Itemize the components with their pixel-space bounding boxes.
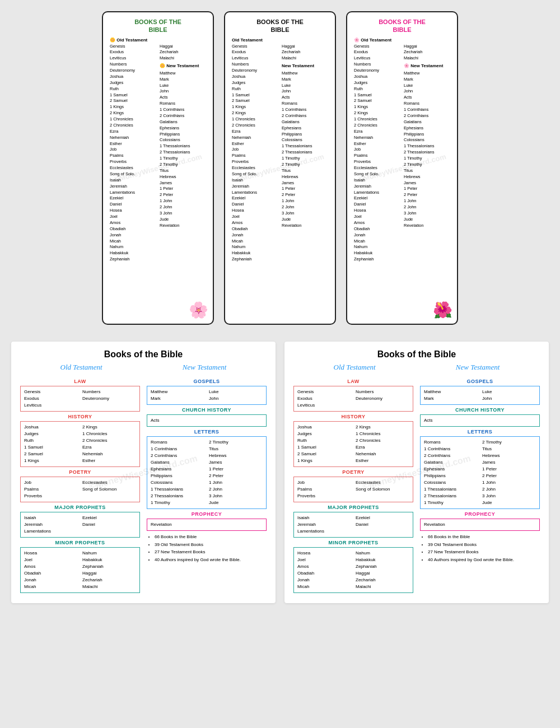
sheet-2-prophecy-box: Revelation [420,519,540,531]
sheet-2-title: Books of the Bible [293,349,540,360]
bookmark-1-title: BOOKS OF THEBIBLE [110,18,206,34]
bullet-1: 66 Books in the Bible [155,533,267,541]
sheet-2-bullet-list: 66 Books in the Bible 39 Old Testament B… [420,533,540,563]
bullet-2: 39 Old Testament Books [155,541,267,549]
sheet-1-title: Books of the Bible [20,349,267,360]
bookmark-1: BOOKS OF THEBIBLE 🌼 Old Testament Genesi… [102,11,214,325]
sheet-2-subtitle-row: Old Testament New Testament [293,363,540,372]
sheet-1-letters-header: LETTERS [147,429,267,435]
bookmark-2-nt-header: New Testament [282,63,328,69]
sheet-1-major-header: MAJOR PROPHETS [20,505,140,510]
sheet-2-law-header: LAW [293,379,413,384]
sheet-2-poetry-box: JobPsalmsProverbs EcclesiastesSong of So… [293,477,413,502]
sheet-2-minor-header: MINOR PROPHETS [293,540,413,545]
sheet-1-church-header: CHURCH HISTORY [147,407,267,413]
sheet-1-columns: LAW GenesisExodusLeviticus NumbersDeuter… [20,376,267,595]
bullet-3: 27 New Testament Books [155,548,267,556]
sheet-1-major-box: IsaiahJeremiahLamentations EzekielDaniel [20,512,140,538]
sheet-1-ot-label: Old Testament [60,363,102,372]
sheet-1-gospels-box: MatthewMark LukeJohn [147,386,267,405]
sheet-2-bullet-2: 39 Old Testament Books [428,541,540,549]
bookmark-1-ot-header: 🌼 Old Testament [110,38,206,43]
bookmark-3-title: BOOKS OF THEBIBLE [354,18,450,34]
sheet-1-nt-col: GOSPELS MatthewMark LukeJohn CHURCH HIST… [147,376,267,595]
bullet-4: 40 Authors inspired by God wrote the Bib… [155,556,267,564]
sheet-1-minor-box: HoseaJoelAmosObadiahJonahMicah NahumHaba… [20,547,140,593]
sheet-1-prophecy-box: Revelation [147,519,267,531]
bookmark-3-nt-header: 🌸 New Testament [404,63,450,69]
sheet-2-history-header: HISTORY [293,414,413,419]
sheet-1-nt-label: New Testament [183,363,227,372]
sheet-2-bullet-1: 66 Books in the Bible [428,533,540,541]
sheet-2-poetry-header: POETRY [293,469,413,475]
sheet-1-letters-box: Romans1 Corinthians2 CorinthiansGalatian… [147,436,267,509]
sheet-2-minor-box: HoseaJoelAmosObadiahJonahMicah NahumHaba… [293,547,413,593]
sheet-2-history-box: JoshuaJudgesRuth1 Samuel2 Samuel1 Kings … [293,421,413,467]
sheet-1-bullet-list: 66 Books in the Bible 39 Old Testament B… [147,533,267,563]
bookmark-2-right-col: HaggaiZechariahMalachi New Testament Mat… [282,44,328,263]
sheet-2-letters-box: Romans1 Corinthians2 CorinthiansGalatian… [420,436,540,509]
bookmark-1-nt-header: 🌼 New Testament [160,63,206,69]
sheet-2-bullet-3: 27 New Testament Books [428,548,540,556]
sheet-1-poetry-box: JobPsalmsProverbs EcclesiastesSong of So… [20,477,140,502]
sheet-2-nt-col: GOSPELS MatthewMark LukeJohn CHURCH HIST… [420,376,540,595]
sheet-2-major-box: IsaiahJeremiahLamentations EzekielDaniel [293,512,413,538]
sheet-2-bullet-4: 40 Authors inspired by God wrote the Bib… [428,556,540,564]
sheet-1-law-header: LAW [20,379,140,384]
bookmark-3-right-col: HaggaiZechariahMalachi 🌸 New Testament M… [404,44,450,263]
bookmark-section: BOOKS OF THEBIBLE 🌼 Old Testament Genesi… [11,11,549,325]
sheet-2-law-box: GenesisExodusLeviticus NumbersDeuteronom… [293,386,413,412]
bookmark-3-left-col: GenesisExodusLeviticusNumbersDeuteronomy… [354,44,400,263]
bookmark-1-columns: GenesisExodusLeviticusNumbersDeuteronomy… [110,44,206,263]
bookmark-3-columns: GenesisExodusLeviticusNumbersDeuteronomy… [354,44,450,263]
sheet-2-ot-label: Old Testament [334,363,376,372]
sheet-2-major-header: MAJOR PROPHETS [293,505,413,510]
bookmark-3-flower: 🌺 [433,301,452,319]
study-sheets-section: Books of the Bible Old Testament New Tes… [11,342,549,603]
bookmark-1-left-col: GenesisExodusLeviticusNumbersDeuteronomy… [110,44,156,263]
sheet-2-ot-col: LAW GenesisExodusLeviticus NumbersDeuter… [293,376,413,595]
sheet-1-subtitle-row: Old Testament New Testament [20,363,267,372]
study-sheet-2: Books of the Bible Old Testament New Tes… [284,342,549,603]
sheet-2-nt-label: New Testament [456,363,500,372]
sheet-2-church-header: CHURCH HISTORY [420,407,540,413]
sheet-1-ot-col: LAW GenesisExodusLeviticus NumbersDeuter… [20,376,140,595]
bookmark-2: BOOKS OF THEBIBLE Old Testament GenesisE… [224,11,336,325]
bookmark-2-columns: GenesisExodusLeviticusNumbersDeuteronomy… [232,44,328,263]
study-sheet-1: Books of the Bible Old Testament New Tes… [11,342,276,603]
bookmark-2-ot-header: Old Testament [232,38,328,43]
sheet-1-church-box: Acts [147,414,267,427]
sheet-1-law-box: GenesisExodusLeviticus NumbersDeuteronom… [20,386,140,412]
bookmark-3: BOOKS OF THEBIBLE 🌸 Old Testament Genesi… [346,11,458,325]
sheet-2-letters-header: LETTERS [420,429,540,435]
sheet-2-gospels-box: MatthewMark LukeJohn [420,386,540,405]
sheet-1-gospels-header: GOSPELS [147,379,267,384]
sheet-2-prophecy-header: PROPHECY [420,511,540,517]
bookmark-1-flower: 🌸 [189,301,208,319]
sheet-2-church-box: Acts [420,414,540,427]
bookmark-2-left-col: GenesisExodusLeviticusNumbersDeuteronomy… [232,44,278,263]
bookmark-3-ot-header: 🌸 Old Testament [354,38,450,43]
sheet-2-gospels-header: GOSPELS [420,379,540,384]
sheet-1-prophecy-header: PROPHECY [147,511,267,517]
sheet-1-minor-header: MINOR PROPHETS [20,540,140,545]
sheet-2-columns: LAW GenesisExodusLeviticus NumbersDeuter… [293,376,540,595]
sheet-1-history-header: HISTORY [20,414,140,419]
sheet-1-history-box: JoshuaJudgesRuth1 Samuel2 Samuel1 Kings … [20,421,140,467]
bookmark-1-right-col: HaggaiZechariahMalachi 🌼 New Testament M… [160,44,206,263]
bookmark-2-title: BOOKS OF THEBIBLE [232,18,328,34]
sheet-1-poetry-header: POETRY [20,469,140,475]
